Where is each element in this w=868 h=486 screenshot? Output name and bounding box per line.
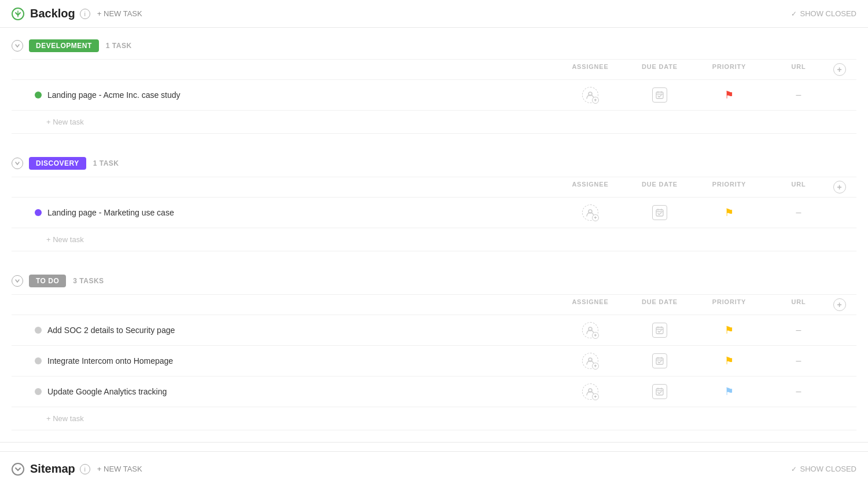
col-header-assignee-disc: ASSIGNEE xyxy=(556,181,625,193)
development-group: DEVELOPMENT 1 TASK ASSIGNEE DUE DATE PRI… xyxy=(0,28,868,145)
svg-rect-17 xyxy=(656,358,663,364)
col-header-priority-disc: PRIORITY xyxy=(694,181,764,193)
url-cell: – xyxy=(764,90,833,100)
col-header-task-todo xyxy=(35,298,556,311)
svg-rect-7 xyxy=(656,210,663,216)
backlog-title: Backlog xyxy=(30,7,75,20)
sitemap-toggle[interactable] xyxy=(12,463,24,476)
assignee-avatar[interactable]: + xyxy=(582,204,598,221)
todo-task-count: 3 TASKS xyxy=(73,277,104,285)
backlog-info-icon[interactable]: i xyxy=(80,9,90,19)
assignee-cell[interactable]: + xyxy=(556,383,625,400)
todo-new-task-link[interactable]: + New task xyxy=(12,407,856,430)
priority-flag-icon[interactable]: ⚑ xyxy=(724,385,734,398)
assignee-avatar[interactable]: + xyxy=(582,353,598,369)
due-date-cell[interactable] xyxy=(625,353,694,368)
priority-cell[interactable]: ⚑ xyxy=(694,355,764,367)
svg-rect-2 xyxy=(656,92,663,98)
discovery-label: DISCOVERY xyxy=(29,157,86,170)
assignee-cell[interactable]: + xyxy=(556,322,625,338)
due-date-cell[interactable] xyxy=(625,323,694,338)
col-header-duedate-disc: DUE DATE xyxy=(625,181,694,193)
assignee-avatar[interactable]: + xyxy=(582,322,598,338)
task-status-dot xyxy=(35,357,42,364)
priority-flag-icon[interactable]: ⚑ xyxy=(724,89,734,101)
col-header-task xyxy=(35,63,556,76)
sitemap-header: Sitemap i + NEW TASK ✓ SHOW CLOSED xyxy=(0,451,868,486)
task-status-dot xyxy=(35,209,42,216)
show-closed-check-icon: ✓ xyxy=(791,10,797,18)
task-row: Landing page - Marketing use case + xyxy=(12,198,856,228)
url-dash: – xyxy=(796,207,801,218)
col-header-url-todo: URL xyxy=(764,298,833,311)
assignee-avatar[interactable]: + xyxy=(582,87,598,103)
todo-toggle[interactable] xyxy=(12,275,23,287)
add-col-button-todo[interactable]: + xyxy=(833,298,846,311)
sitemap-new-task-button[interactable]: + NEW TASK xyxy=(97,465,142,473)
task-name-cell: Landing page - Marketing use case xyxy=(35,208,556,217)
due-date-cell[interactable] xyxy=(625,205,694,220)
due-date-cell[interactable] xyxy=(625,384,694,399)
development-col-headers: ASSIGNEE DUE DATE PRIORITY URL + xyxy=(12,59,856,80)
priority-flag-icon[interactable]: ⚑ xyxy=(724,324,734,337)
development-toggle[interactable] xyxy=(12,40,23,52)
task-name-cell: Landing page - Acme Inc. case study xyxy=(35,90,556,100)
priority-flag-icon[interactable]: ⚑ xyxy=(724,355,734,367)
assignee-plus-icon: + xyxy=(592,97,599,104)
assignee-cell[interactable]: + xyxy=(556,204,625,221)
svg-rect-12 xyxy=(656,327,663,334)
discovery-toggle[interactable] xyxy=(12,158,23,169)
url-dash: – xyxy=(796,356,801,366)
sitemap-show-closed-check-icon: ✓ xyxy=(791,465,797,473)
development-new-task-link[interactable]: + New task xyxy=(12,111,856,134)
discovery-group-header: DISCOVERY 1 TASK xyxy=(12,157,856,177)
col-header-add-dev: + xyxy=(833,63,856,76)
assignee-plus-icon: + xyxy=(592,332,599,339)
task-name-text: Landing page - Acme Inc. case study xyxy=(47,90,181,100)
todo-group-header: TO DO 3 TASKS xyxy=(12,275,856,294)
add-col-button-dev[interactable]: + xyxy=(833,63,846,76)
discovery-task-count: 1 TASK xyxy=(93,159,119,167)
assignee-cell[interactable]: + xyxy=(556,353,625,369)
url-cell: – xyxy=(764,386,833,397)
task-name-text: Integrate Intercom onto Homepage xyxy=(47,356,173,366)
col-header-assignee-dev: ASSIGNEE xyxy=(556,63,625,76)
add-col-button-disc[interactable]: + xyxy=(833,181,846,193)
backlog-show-closed-button[interactable]: ✓ SHOW CLOSED xyxy=(791,9,856,18)
col-header-url-disc: URL xyxy=(764,181,833,193)
col-header-priority-todo: PRIORITY xyxy=(694,298,764,311)
due-date-cell[interactable] xyxy=(625,87,694,103)
task-name-cell: Add SOC 2 details to Security page xyxy=(35,326,556,335)
assignee-cell[interactable]: + xyxy=(556,87,625,103)
discovery-group: DISCOVERY 1 TASK ASSIGNEE DUE DATE PRIOR… xyxy=(0,145,868,263)
task-name-text: Landing page - Marketing use case xyxy=(47,208,174,217)
col-header-task-disc xyxy=(35,181,556,193)
backlog-new-task-button[interactable]: + NEW TASK xyxy=(97,9,142,18)
col-header-priority-dev: PRIORITY xyxy=(694,63,764,76)
priority-flag-icon[interactable]: ⚑ xyxy=(724,206,734,219)
task-name-cell: Integrate Intercom onto Homepage xyxy=(35,356,556,366)
priority-cell[interactable]: ⚑ xyxy=(694,206,764,219)
priority-cell[interactable]: ⚑ xyxy=(694,385,764,398)
priority-cell[interactable]: ⚑ xyxy=(694,89,764,101)
task-status-dot xyxy=(35,327,42,334)
priority-cell[interactable]: ⚑ xyxy=(694,324,764,337)
due-date-icon[interactable] xyxy=(652,323,667,338)
due-date-icon[interactable] xyxy=(652,87,667,103)
discovery-new-task-link[interactable]: + New task xyxy=(12,228,856,251)
due-date-icon[interactable] xyxy=(652,384,667,399)
col-header-url-dev: URL xyxy=(764,63,833,76)
sitemap-info-icon[interactable]: i xyxy=(80,464,90,474)
due-date-icon[interactable] xyxy=(652,205,667,220)
col-header-assignee-todo: ASSIGNEE xyxy=(556,298,625,311)
task-row: Add SOC 2 details to Security page + xyxy=(12,315,856,346)
col-header-add-todo: + xyxy=(833,298,856,311)
due-date-icon[interactable] xyxy=(652,353,667,368)
sitemap-show-closed-button[interactable]: ✓ SHOW CLOSED xyxy=(791,465,856,473)
discovery-col-headers: ASSIGNEE DUE DATE PRIORITY URL + xyxy=(12,177,856,198)
backlog-toggle[interactable] xyxy=(12,8,24,20)
assignee-avatar[interactable]: + xyxy=(582,383,598,400)
url-dash: – xyxy=(796,325,801,335)
url-cell: – xyxy=(764,325,833,335)
svg-rect-22 xyxy=(656,389,663,395)
